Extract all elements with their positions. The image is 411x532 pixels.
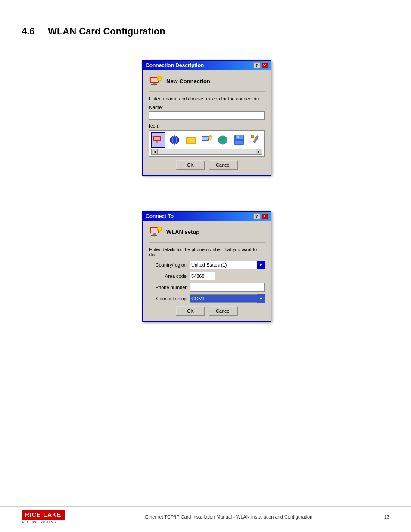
dialog2-titlebar: Connect To ? ✕	[143, 212, 271, 221]
svg-rect-10	[154, 143, 159, 143]
icon-item-phone[interactable]	[151, 132, 165, 148]
page-heading: 4.6 WLAN Card Configuration	[22, 26, 165, 37]
connect-using-row: Connect using: COM1 ▼	[149, 294, 265, 303]
svg-rect-2	[153, 83, 156, 84]
svg-text:!: !	[158, 78, 159, 81]
connection-description-dialog: Connection Description ? ✕ ! New Connect…	[142, 60, 271, 176]
footer-center-text: Ethernet TCP/IP Card Installation Manual…	[73, 514, 384, 520]
connect-using-label: Connect using:	[149, 296, 188, 301]
com-select[interactable]: COM1	[190, 294, 265, 303]
dialog2-help-button[interactable]: ?	[253, 213, 260, 219]
scroll-track	[158, 149, 256, 154]
dialog1-cancel-button[interactable]: Cancel	[209, 160, 238, 170]
dialog2-title: Connect To	[146, 213, 174, 219]
svg-rect-31	[153, 233, 156, 235]
area-code-label: Area code:	[149, 274, 188, 279]
svg-rect-16	[187, 138, 195, 143]
svg-rect-30	[151, 228, 158, 233]
icon-item-tool[interactable]	[248, 132, 262, 148]
svg-rect-26	[235, 141, 243, 144]
icon-item-save[interactable]	[232, 132, 246, 148]
phone-input[interactable]	[190, 283, 265, 292]
svg-rect-1	[151, 78, 158, 82]
area-code-input[interactable]	[190, 272, 215, 280]
logo-subtitle: WEIGHING SYSTEMS	[22, 520, 56, 523]
scroll-left-arrow[interactable]: ◀	[152, 149, 158, 155]
icon-item-earth[interactable]	[216, 132, 230, 148]
svg-rect-8	[154, 137, 160, 140]
com-select-wrapper: COM1 ▼	[190, 294, 265, 303]
dialog1-header-text: New Connection	[166, 78, 210, 84]
name-label: Name:	[149, 105, 265, 110]
dialog1-icon: !	[149, 74, 163, 88]
section-title: WLAN Card Configuration	[48, 26, 165, 37]
logo-text: RICE LAKE	[22, 510, 65, 520]
svg-rect-32	[151, 235, 157, 236]
name-input[interactable]	[149, 111, 265, 120]
dialog1-titlebar: Connection Description ? ✕	[143, 61, 271, 70]
country-select[interactable]: United States (1)	[190, 261, 265, 269]
svg-rect-18	[202, 137, 208, 140]
country-label: Country/region:	[149, 262, 188, 268]
dialog1-close-button[interactable]: ✕	[261, 62, 268, 68]
dialog2-cancel-button[interactable]: Cancel	[209, 306, 238, 316]
page-footer: RICE LAKE WEIGHING SYSTEMS Ethernet TCP/…	[0, 506, 411, 523]
svg-rect-15	[186, 137, 190, 138]
icon-picker: MCI	[149, 130, 265, 157]
footer-page-number: 13	[384, 514, 389, 520]
dialog2-header-text: WLAN setup	[166, 229, 199, 235]
svg-rect-9	[156, 141, 158, 143]
dialog2-close-button[interactable]: ✕	[261, 213, 268, 219]
country-row: Country/region: United States (1) ▼	[149, 261, 265, 269]
svg-rect-25	[237, 136, 239, 138]
phone-label: Phone number:	[149, 285, 188, 290]
phone-row: Phone number:	[149, 283, 265, 292]
svg-point-28	[251, 135, 254, 138]
footer-logo: RICE LAKE WEIGHING SYSTEMS	[22, 510, 65, 523]
dialog1-title: Connection Description	[146, 62, 204, 68]
dialog1-header-row: ! New Connection	[149, 74, 265, 92]
icon-item-network[interactable]: MCI	[199, 132, 214, 148]
svg-text:!: !	[158, 228, 159, 231]
dialog2-ok-button[interactable]: OK	[176, 306, 205, 316]
dialog2-instruction: Enter details for the phone number that …	[149, 247, 265, 257]
icon-item-folder[interactable]	[184, 132, 198, 148]
section-number: 4.6	[22, 26, 35, 37]
dialog2-icon: !	[149, 225, 163, 239]
scroll-right-arrow[interactable]: ▶	[256, 149, 262, 155]
svg-text:MCI: MCI	[209, 136, 213, 139]
icon-item-globe[interactable]	[167, 132, 181, 148]
area-code-row: Area code:	[149, 272, 265, 280]
dialog1-ok-button[interactable]: OK	[176, 160, 205, 170]
icon-label: Icon:	[149, 123, 265, 128]
dialog1-help-button[interactable]: ?	[253, 62, 260, 68]
connect-to-dialog: Connect To ? ✕ ! WLAN setup Enter detai	[142, 211, 271, 322]
svg-rect-3	[151, 84, 157, 85]
dialog1-instruction: Enter a name and choose an icon for the …	[149, 96, 265, 101]
country-select-wrapper: United States (1) ▼	[190, 261, 265, 269]
dialog2-header-row: ! WLAN setup	[149, 225, 265, 243]
